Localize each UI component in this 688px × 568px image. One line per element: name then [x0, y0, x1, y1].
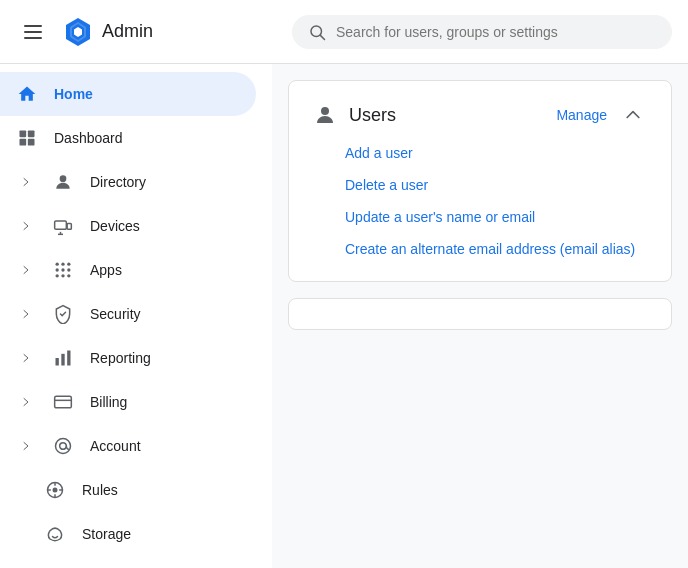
sidebar-label-security: Security — [90, 306, 240, 322]
svg-point-19 — [61, 268, 64, 271]
app-title: Admin — [102, 21, 153, 42]
sidebar-label-rules: Rules — [82, 482, 240, 498]
shield-icon — [52, 303, 74, 325]
svg-point-10 — [60, 175, 67, 182]
alternate-email-link[interactable]: Create an alternate email address (email… — [345, 241, 647, 257]
svg-rect-26 — [67, 351, 70, 366]
svg-point-20 — [67, 268, 70, 271]
svg-point-30 — [60, 443, 67, 450]
sidebar-item-storage[interactable]: Storage — [0, 512, 256, 556]
apps-icon — [52, 259, 74, 281]
billing-icon — [52, 391, 74, 413]
svg-rect-11 — [55, 221, 67, 229]
svg-line-5 — [320, 35, 324, 39]
sidebar-item-dashboard[interactable]: Dashboard — [0, 116, 256, 160]
svg-rect-8 — [20, 139, 27, 146]
sidebar-label-dashboard: Dashboard — [54, 130, 240, 146]
sidebar: Home Dashboard Directory — [0, 64, 272, 568]
sidebar-label-billing: Billing — [90, 394, 240, 410]
person-icon — [52, 171, 74, 193]
search-icon — [308, 23, 326, 41]
chevron-reporting-icon — [16, 348, 36, 368]
dashboard-icon — [16, 127, 38, 149]
sidebar-item-rules[interactable]: Rules — [0, 468, 256, 512]
storage-icon — [44, 523, 66, 545]
sidebar-item-directory[interactable]: Directory — [0, 160, 256, 204]
logo-container: Admin — [62, 16, 153, 48]
search-bar — [292, 15, 672, 49]
at-icon — [52, 435, 74, 457]
svg-point-32 — [53, 488, 58, 493]
collapse-users-button[interactable] — [619, 101, 647, 129]
chevron-devices-icon — [16, 216, 36, 236]
sidebar-item-reporting[interactable]: Reporting — [0, 336, 256, 380]
menu-icon[interactable] — [16, 17, 50, 47]
users-manage-link[interactable]: Manage — [556, 107, 607, 123]
svg-rect-6 — [20, 131, 27, 138]
home-icon — [16, 83, 38, 105]
search-input[interactable] — [336, 24, 656, 40]
chevron-apps-icon — [16, 260, 36, 280]
svg-point-23 — [67, 274, 70, 277]
app-header: Admin — [0, 0, 688, 64]
reporting-icon — [52, 347, 74, 369]
main-content: Users Manage Add a user Delete a user Up… — [272, 64, 688, 568]
svg-point-22 — [61, 274, 64, 277]
svg-rect-27 — [55, 396, 72, 408]
google-admin-logo — [62, 16, 94, 48]
chevron-security-icon — [16, 304, 36, 324]
users-card-links: Add a user Delete a user Update a user's… — [289, 145, 671, 281]
sidebar-label-devices: Devices — [90, 218, 240, 234]
svg-rect-7 — [28, 131, 35, 138]
header-left: Admin — [16, 16, 276, 48]
sidebar-item-billing[interactable]: Billing — [0, 380, 256, 424]
sidebar-label-apps: Apps — [90, 262, 240, 278]
sidebar-label-directory: Directory — [90, 174, 240, 190]
sidebar-item-account[interactable]: Account — [0, 424, 256, 468]
users-card-icon — [313, 103, 337, 127]
svg-point-16 — [61, 263, 64, 266]
delete-user-link[interactable]: Delete a user — [345, 177, 647, 193]
chevron-directory-icon — [16, 172, 36, 192]
svg-point-18 — [56, 268, 59, 271]
svg-rect-12 — [67, 224, 71, 230]
users-card-header: Users Manage — [289, 81, 671, 145]
add-user-link[interactable]: Add a user — [345, 145, 647, 161]
svg-point-37 — [321, 107, 329, 115]
second-card-stub — [288, 298, 672, 330]
devices-icon — [52, 215, 74, 237]
svg-rect-25 — [61, 354, 64, 366]
svg-point-15 — [56, 263, 59, 266]
sidebar-item-apps[interactable]: Apps — [0, 248, 256, 292]
chevron-billing-icon — [16, 392, 36, 412]
svg-rect-9 — [28, 139, 35, 146]
sidebar-label-home: Home — [54, 86, 240, 102]
svg-point-17 — [67, 263, 70, 266]
svg-point-21 — [56, 274, 59, 277]
sidebar-item-home[interactable]: Home — [0, 72, 256, 116]
chevron-account-icon — [16, 436, 36, 456]
users-card: Users Manage Add a user Delete a user Up… — [288, 80, 672, 282]
main-layout: Home Dashboard Directory — [0, 64, 688, 568]
rules-icon — [44, 479, 66, 501]
sidebar-label-account: Account — [90, 438, 240, 454]
sidebar-item-devices[interactable]: Devices — [0, 204, 256, 248]
update-user-link[interactable]: Update a user's name or email — [345, 209, 647, 225]
sidebar-label-reporting: Reporting — [90, 350, 240, 366]
sidebar-item-security[interactable]: Security — [0, 292, 256, 336]
svg-rect-24 — [56, 358, 59, 366]
users-card-title: Users — [349, 105, 544, 126]
sidebar-label-storage: Storage — [82, 526, 240, 542]
svg-point-29 — [56, 439, 71, 454]
